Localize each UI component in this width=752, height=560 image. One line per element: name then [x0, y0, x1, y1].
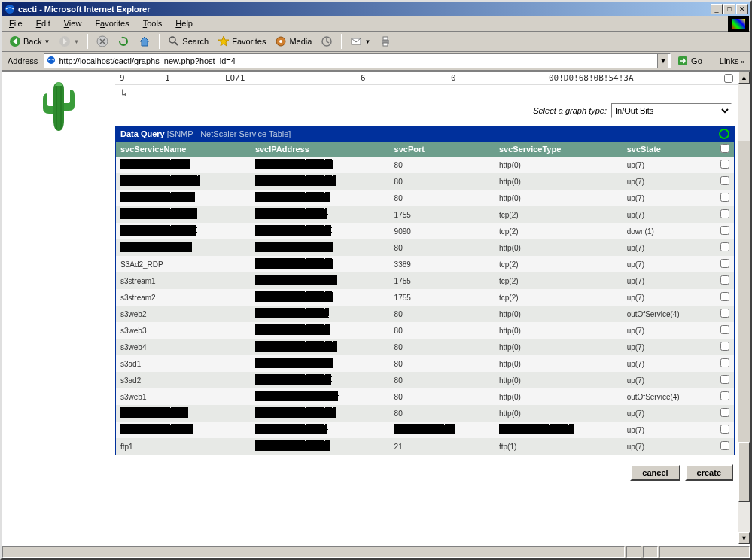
mail-button[interactable]: ▼: [347, 34, 373, 49]
menu-edit[interactable]: Edit: [33, 17, 53, 29]
cell-port: [390, 422, 495, 438]
cell-checkbox: [716, 388, 734, 405]
row-checkbox[interactable]: [724, 74, 733, 83]
cell-checkbox: [716, 422, 734, 438]
row-checkbox[interactable]: [720, 391, 729, 400]
redacted-text: [255, 208, 327, 219]
row-checkbox[interactable]: [720, 209, 729, 218]
cell-ip-address: [251, 306, 390, 322]
cell-service-type: http(0): [495, 322, 623, 339]
data-query-title: Data Query: [120, 129, 165, 138]
vertical-scrollbar[interactable]: ▲ ▼: [738, 72, 750, 544]
redacted-text: [255, 291, 333, 302]
redacted-text: [255, 275, 338, 285]
menu-tools[interactable]: Tools: [140, 17, 166, 29]
forward-button[interactable]: ▼: [56, 34, 82, 49]
back-button[interactable]: Back ▼: [6, 34, 53, 49]
menu-file[interactable]: File: [6, 17, 26, 29]
search-button[interactable]: Search: [165, 34, 212, 49]
cell-checkbox: [716, 306, 734, 322]
go-button[interactable]: Go: [674, 55, 705, 67]
partial-row-above: 9 1 LO/1 6 0 00!D0!68!0B!54!3A: [115, 72, 738, 85]
table-row: S3Ad2_RDP3389tcp(2)up(7): [116, 256, 734, 272]
menu-view[interactable]: View: [61, 17, 85, 29]
menu-help[interactable]: Help: [172, 17, 196, 29]
row-checkbox[interactable]: [720, 226, 729, 235]
col-state: svcState: [623, 142, 716, 157]
home-button[interactable]: [135, 34, 154, 49]
row-checkbox[interactable]: [720, 358, 729, 367]
content-area: 9 1 LO/1 6 0 00!D0!68!0B!54!3A ↳ Select …: [2, 71, 750, 545]
media-icon: [275, 35, 287, 47]
row-checkbox[interactable]: [720, 441, 729, 450]
col-ip-address: svcIPAddress: [251, 142, 390, 157]
cell-port: 1755: [390, 272, 495, 289]
app-icon: [4, 3, 16, 15]
cell-service-type: tcp(2): [495, 206, 623, 223]
select-all-checkbox[interactable]: [720, 144, 729, 153]
cell-service-type: http(0): [495, 157, 623, 173]
redacted-text: [394, 424, 455, 434]
cell-service-name: [116, 157, 251, 173]
row-checkbox[interactable]: [720, 193, 729, 202]
create-button[interactable]: create: [685, 464, 733, 481]
refresh-button[interactable]: [114, 34, 132, 49]
history-button[interactable]: [318, 34, 336, 49]
graph-type-select[interactable]: In/Out Bits: [611, 103, 732, 118]
address-input[interactable]: [59, 56, 656, 65]
media-button[interactable]: Media: [272, 34, 315, 49]
scroll-down-icon[interactable]: ▼: [738, 532, 750, 544]
close-button[interactable]: ✕: [736, 4, 748, 14]
cell-service-type: [495, 422, 623, 438]
menu-favorites[interactable]: Favorites: [92, 17, 132, 29]
row-checkbox[interactable]: [720, 375, 729, 384]
stop-button[interactable]: [93, 34, 111, 49]
row-checkbox[interactable]: [720, 242, 729, 251]
chevron-down-icon: ▼: [44, 38, 50, 45]
favorites-button[interactable]: Favorites: [215, 34, 269, 49]
cell-ip-address: [251, 173, 390, 190]
address-dropdown[interactable]: ▼: [657, 54, 668, 68]
redacted-text: [255, 407, 336, 418]
row-checkbox[interactable]: [720, 408, 729, 417]
cell-service-type: http(0): [495, 388, 623, 405]
cell-state: up(7): [623, 239, 716, 256]
cell-state: up(7): [623, 422, 716, 438]
table-row: ftp121ftp(1)up(7): [116, 438, 734, 455]
browser-window: cacti - Microsoft Internet Explorer _ □ …: [0, 0, 752, 560]
cell-state: outOfService(4): [623, 306, 716, 322]
row-checkbox[interactable]: [720, 176, 729, 185]
home-icon: [139, 35, 151, 47]
table-row: 1755tcp(2)up(7): [116, 206, 734, 223]
print-button[interactable]: [376, 34, 394, 49]
row-checkbox[interactable]: [720, 160, 729, 169]
minimize-button[interactable]: _: [711, 4, 723, 14]
scroll-thumb[interactable]: [738, 442, 750, 502]
cell-checkbox: [716, 173, 734, 190]
redacted-text: [120, 159, 190, 169]
row-checkbox[interactable]: [720, 275, 729, 285]
row-checkbox[interactable]: [720, 425, 729, 434]
redacted-text: [120, 424, 193, 434]
cell-port: 9090: [390, 223, 495, 239]
cancel-button[interactable]: cancel: [630, 464, 680, 481]
row-checkbox[interactable]: [720, 309, 729, 318]
cell-port: 80: [390, 157, 495, 173]
cell-service-name: s3web4: [116, 339, 251, 355]
cell-service-type: http(0): [495, 372, 623, 388]
address-label: Address: [5, 56, 41, 65]
row-checkbox[interactable]: [720, 325, 729, 334]
maximize-button[interactable]: □: [723, 4, 735, 14]
reload-icon[interactable]: [719, 129, 729, 139]
scroll-up-icon[interactable]: ▲: [738, 72, 750, 84]
data-query-header: Data Query [SNMP - NetScaler Service Tab…: [116, 126, 734, 142]
service-table: svcServiceName svcIPAddress svcPort svcS…: [116, 142, 734, 455]
table-row: s3ad280http(0)up(7): [116, 372, 734, 388]
cell-service-name: s3ad1: [116, 355, 251, 372]
links-menu[interactable]: Links »: [717, 56, 747, 65]
table-row: 80http(0)up(7): [116, 157, 734, 173]
row-checkbox[interactable]: [720, 342, 729, 351]
row-checkbox[interactable]: [720, 292, 729, 301]
print-icon: [379, 35, 391, 47]
row-checkbox[interactable]: [720, 259, 729, 268]
